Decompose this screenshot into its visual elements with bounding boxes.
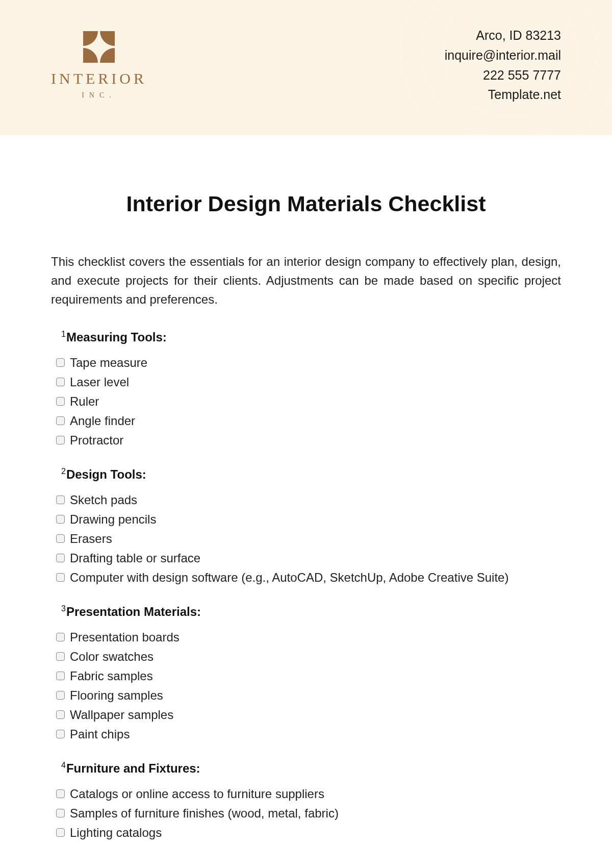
checklist-section: 4Furniture and Fixtures:Catalogs or onli… bbox=[51, 761, 561, 840]
checkbox-icon[interactable] bbox=[56, 809, 65, 817]
page-title: Interior Design Materials Checklist bbox=[51, 191, 561, 216]
checkbox-icon[interactable] bbox=[56, 554, 65, 562]
checklist-item: Tape measure bbox=[56, 356, 561, 370]
section-title-text: Furniture and Fixtures: bbox=[66, 761, 200, 775]
checklist-section: 2Design Tools:Sketch padsDrawing pencils… bbox=[51, 467, 561, 585]
checklist-item: Wallpaper samples bbox=[56, 708, 561, 722]
checkbox-icon[interactable] bbox=[56, 495, 65, 504]
contact-site: Template.net bbox=[445, 85, 561, 105]
checkbox-icon[interactable] bbox=[56, 534, 65, 543]
checklist-item-label: Paint chips bbox=[70, 727, 130, 741]
section-number: 1 bbox=[61, 330, 66, 338]
checklist-item-label: Lighting catalogs bbox=[70, 826, 162, 840]
document-body: Interior Design Materials Checklist This… bbox=[0, 135, 612, 840]
checklist-item: Laser level bbox=[56, 375, 561, 389]
checkbox-icon[interactable] bbox=[56, 397, 65, 406]
checklist-item: Flooring samples bbox=[56, 688, 561, 703]
contact-email: inquire@interior.mail bbox=[445, 45, 561, 65]
document-header: INTERIOR INC. Arco, ID 83213 inquire@int… bbox=[0, 0, 612, 135]
section-number: 4 bbox=[61, 761, 66, 770]
section-number: 3 bbox=[61, 604, 66, 613]
checklist-item: Samples of furniture finishes (wood, met… bbox=[56, 806, 561, 821]
checklist-item-label: Presentation boards bbox=[70, 630, 180, 644]
checklist-item-label: Drawing pencils bbox=[70, 512, 156, 527]
checkbox-icon[interactable] bbox=[56, 710, 65, 719]
section-heading: 1Measuring Tools: bbox=[61, 330, 561, 344]
checklist-item: Paint chips bbox=[56, 727, 561, 741]
section-title-text: Measuring Tools: bbox=[66, 330, 167, 344]
checklist-item-label: Computer with design software (e.g., Aut… bbox=[70, 571, 508, 585]
logo-icon bbox=[83, 31, 115, 63]
checklist-item: Sketch pads bbox=[56, 493, 561, 507]
section-number: 2 bbox=[61, 467, 66, 476]
section-heading: 2Design Tools: bbox=[61, 467, 561, 482]
checkbox-icon[interactable] bbox=[56, 378, 65, 386]
checklist-item: Drafting table or surface bbox=[56, 551, 561, 565]
checkbox-icon[interactable] bbox=[56, 358, 65, 367]
checklist-item-label: Laser level bbox=[70, 375, 129, 389]
checkbox-icon[interactable] bbox=[56, 436, 65, 444]
checklist-item: Protractor bbox=[56, 433, 561, 448]
checklist-item-label: Flooring samples bbox=[70, 688, 163, 703]
checklist-item-label: Tape measure bbox=[70, 356, 147, 370]
company-logo: INTERIOR INC. bbox=[51, 31, 147, 100]
contact-info: Arco, ID 83213 inquire@interior.mail 222… bbox=[445, 26, 561, 105]
checklist-item-label: Drafting table or surface bbox=[70, 551, 200, 565]
checklist-item: Angle finder bbox=[56, 414, 561, 428]
checklist-item: Presentation boards bbox=[56, 630, 561, 644]
checkbox-icon[interactable] bbox=[56, 633, 65, 641]
checklist-item-label: Fabric samples bbox=[70, 669, 153, 683]
section-title-text: Presentation Materials: bbox=[66, 605, 201, 618]
checkbox-icon[interactable] bbox=[56, 691, 65, 700]
contact-address: Arco, ID 83213 bbox=[445, 26, 561, 45]
checklist-item: Ruler bbox=[56, 394, 561, 409]
logo-subtitle: INC. bbox=[82, 91, 116, 100]
section-title-text: Design Tools: bbox=[66, 467, 146, 481]
checkbox-icon[interactable] bbox=[56, 416, 65, 425]
section-heading: 4Furniture and Fixtures: bbox=[61, 761, 561, 776]
checklist-item: Drawing pencils bbox=[56, 512, 561, 527]
checkbox-icon[interactable] bbox=[56, 730, 65, 738]
checklist-item: Erasers bbox=[56, 532, 561, 546]
logo-name: INTERIOR bbox=[51, 70, 147, 87]
checklist-item-label: Erasers bbox=[70, 532, 112, 546]
section-heading: 3Presentation Materials: bbox=[61, 604, 561, 619]
checklist-section: 1Measuring Tools:Tape measureLaser level… bbox=[51, 330, 561, 448]
checklist-item-label: Catalogs or online access to furniture s… bbox=[70, 787, 324, 801]
checklist-item-label: Color swatches bbox=[70, 650, 154, 664]
checkbox-icon[interactable] bbox=[56, 828, 65, 837]
checklist-item: Computer with design software (e.g., Aut… bbox=[56, 571, 561, 585]
checkbox-icon[interactable] bbox=[56, 672, 65, 680]
checkbox-icon[interactable] bbox=[56, 573, 65, 582]
checklist-item: Fabric samples bbox=[56, 669, 561, 683]
checklist-item-label: Ruler bbox=[70, 394, 99, 409]
checklist-item: Color swatches bbox=[56, 650, 561, 664]
checklist-item: Lighting catalogs bbox=[56, 826, 561, 840]
checklist-item-label: Angle finder bbox=[70, 414, 135, 428]
checklist-section: 3Presentation Materials:Presentation boa… bbox=[51, 604, 561, 741]
checklist-item: Catalogs or online access to furniture s… bbox=[56, 787, 561, 801]
contact-phone: 222 555 7777 bbox=[445, 65, 561, 85]
checkbox-icon[interactable] bbox=[56, 515, 65, 524]
checkbox-icon[interactable] bbox=[56, 789, 65, 798]
intro-paragraph: This checklist covers the essentials for… bbox=[51, 252, 561, 309]
checklist-item-label: Protractor bbox=[70, 433, 123, 448]
checklist-item-label: Sketch pads bbox=[70, 493, 137, 507]
checkbox-icon[interactable] bbox=[56, 652, 65, 661]
checklist-item-label: Wallpaper samples bbox=[70, 708, 173, 722]
checklist-item-label: Samples of furniture finishes (wood, met… bbox=[70, 806, 339, 821]
